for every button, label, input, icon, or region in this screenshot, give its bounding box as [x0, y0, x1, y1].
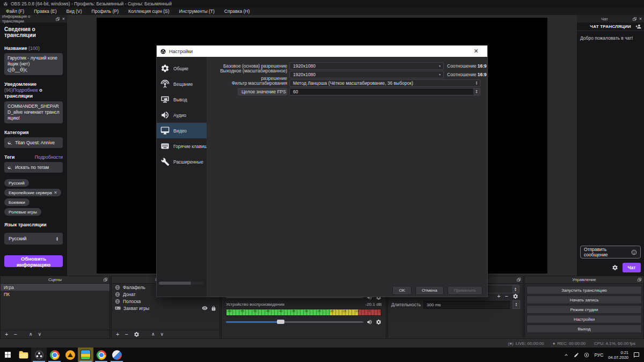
settings-nav-hotkeys[interactable]: Горячие клавиш	[157, 138, 207, 154]
fps-value-input[interactable]: 60 ▲▼	[289, 88, 480, 95]
remove-scene-button[interactable]: −	[13, 331, 17, 337]
output-resolution-combo[interactable]: 1920x1080 ▼	[289, 71, 444, 78]
volume-slider-handle[interactable]	[277, 320, 284, 324]
spinner-updown-icon[interactable]: ▲▼	[512, 285, 519, 293]
tags-details-link[interactable]: Подробности	[35, 154, 63, 160]
add-transition-button[interactable]: +	[497, 293, 500, 299]
tools-icon	[160, 157, 170, 166]
close-icon[interactable]: ×	[62, 17, 65, 21]
settings-nav-video[interactable]: Видео	[157, 123, 207, 138]
visibility-eye-icon[interactable]	[202, 305, 208, 311]
close-icon[interactable]: ×	[639, 17, 642, 21]
taskbar-chrome-button[interactable]	[47, 348, 62, 362]
viewers-icon[interactable]	[635, 24, 641, 29]
taskbar-app-button[interactable]	[62, 348, 78, 362]
notification-input[interactable]: COMMANDER_SHEPARD_alive начинает трансля…	[4, 101, 63, 123]
base-aspect-ratio: Соотношение 16:9	[447, 62, 487, 70]
transition-properties-gear-icon[interactable]	[513, 293, 518, 299]
status-bar: (●) LIVE: 00:00:00 ● REC: 00:00:00 CPU: …	[0, 339, 644, 348]
source-up-button[interactable]: ∧	[151, 331, 155, 337]
rec-status: ● REC: 00:00:00	[553, 341, 586, 346]
popout-icon[interactable]	[637, 277, 642, 282]
tags-search-input[interactable]: Искать по тегам	[4, 162, 63, 173]
popout-icon[interactable]	[55, 17, 60, 21]
scene-list-item[interactable]: Игра	[1, 284, 109, 291]
menu-profile[interactable]: Профиль (P)	[87, 8, 123, 15]
language-select[interactable]: Русский ▲▼	[4, 233, 63, 245]
scene-up-button[interactable]: ∧	[29, 331, 33, 337]
taskbar-explorer-button[interactable]	[16, 348, 31, 362]
settings-nav-stream[interactable]: Вещание	[157, 76, 207, 92]
fps-type-combo[interactable]: Целое значение FPS ▲▼	[238, 88, 287, 95]
base-resolution-combo[interactable]: 1920x1080 ▼	[289, 62, 444, 70]
tag-chip[interactable]: Ролевые игры	[4, 208, 41, 216]
ok-button[interactable]: OK	[392, 286, 412, 295]
taskbar-browser2-button[interactable]	[93, 348, 109, 362]
duration-spinner[interactable]: ▲▼	[513, 300, 520, 309]
chat-settings-gear-icon[interactable]	[612, 264, 618, 271]
output-aspect-ratio: Соотношение 16:9	[447, 71, 487, 78]
scene-list-item[interactable]: ПК	[1, 291, 109, 298]
settings-button[interactable]: Настройки	[526, 315, 642, 323]
lock-icon[interactable]	[211, 306, 216, 311]
studio-mode-button[interactable]: Режим студии	[526, 305, 642, 314]
start-streaming-button[interactable]: Запустить трансляцию	[526, 286, 642, 294]
exit-button[interactable]: Выход	[526, 324, 642, 333]
keyboard-language[interactable]: РУС	[594, 352, 603, 358]
pen-input-icon[interactable]	[574, 352, 579, 358]
notification-more-link[interactable]: Подробнее	[13, 87, 38, 93]
taskbar-obs-button[interactable]	[31, 348, 47, 362]
remove-tag-icon[interactable]: ×	[54, 190, 57, 195]
source-down-button[interactable]: ∨	[160, 331, 164, 337]
source-properties-gear-icon[interactable]	[134, 331, 140, 337]
dialog-close-icon[interactable]: ✕	[469, 48, 484, 55]
chat-send-button[interactable]: Чат	[623, 263, 641, 272]
speaker-icon[interactable]	[367, 319, 372, 325]
spinner-updown-icon[interactable]: ▲▼	[473, 88, 480, 95]
tag-chip[interactable]: Европейские сервера×	[4, 189, 61, 196]
duration-input[interactable]: 300 ms	[423, 301, 510, 309]
taskbar-clock[interactable]: 0:21 04.07.2020	[608, 350, 628, 360]
scene-down-button[interactable]: ∨	[38, 331, 41, 337]
remove-transition-button[interactable]: −	[505, 293, 508, 299]
settings-nav-audio[interactable]: Аудио	[157, 107, 207, 123]
emote-smiley-icon[interactable]	[631, 249, 637, 255]
add-source-button[interactable]: +	[116, 331, 119, 337]
popout-icon[interactable]	[103, 277, 108, 282]
chat-message-input[interactable]: Отправить сообщение	[580, 246, 641, 258]
cancel-button[interactable]: Отмена	[415, 286, 444, 295]
source-list-item[interactable]: Полоска	[112, 298, 219, 305]
source-list-item[interactable]: Захват игры	[112, 305, 219, 312]
taskbar-paint-button[interactable]	[109, 348, 125, 362]
popout-icon[interactable]	[632, 17, 637, 21]
settings-nav-output[interactable]: Вывод	[157, 92, 207, 107]
add-scene-button[interactable]: +	[5, 331, 8, 337]
scale-filter-combo[interactable]: Метод Ланцоша (Чёткое масштабирование, 3…	[289, 79, 480, 87]
nav-horizontal-scrollbar[interactable]	[159, 282, 203, 285]
stream-info-dock: Информация о трансляции × Сведения о тра…	[0, 15, 67, 276]
settings-dialog-titlebar[interactable]: Настройки ✕	[157, 46, 487, 57]
start-button[interactable]	[0, 348, 16, 362]
taskbar-media-app-button[interactable]	[78, 348, 93, 362]
volume-slider[interactable]	[226, 319, 363, 325]
menu-scene-collection[interactable]: Коллекция сцен (S)	[123, 8, 174, 15]
settings-nav-advanced[interactable]: Расширенные	[157, 154, 207, 169]
popout-icon[interactable]	[516, 277, 521, 282]
mixer-gear-icon[interactable]	[376, 319, 382, 325]
menu-help[interactable]: Справка (H)	[219, 8, 255, 15]
live-status: (●) LIVE: 00:00:00	[508, 341, 544, 346]
stream-title-input[interactable]: Гаруспик - лучший копейщик (нет) ς(Ӫ__Ӫ)…	[4, 53, 63, 75]
tag-chip[interactable]: Боевики	[4, 198, 30, 206]
tray-chevron-up-icon[interactable]	[564, 352, 569, 358]
update-info-button[interactable]: Обновить информацию	[4, 255, 63, 267]
notification-center-icon[interactable]	[633, 352, 640, 358]
tag-chip[interactable]: Русский	[4, 179, 29, 187]
tray-obs-icon[interactable]	[584, 352, 589, 358]
remove-source-button[interactable]: −	[125, 331, 128, 337]
menu-view[interactable]: Вид (V)	[62, 8, 87, 15]
settings-nav-general[interactable]: Общие	[157, 61, 207, 76]
menu-tools[interactable]: Инструменты (Т)	[174, 8, 219, 15]
start-recording-button[interactable]: Начать запись	[526, 295, 642, 304]
chevron-down-icon: ▼	[438, 73, 443, 76]
category-search-input[interactable]: Titan Quest: Annive	[4, 137, 63, 148]
